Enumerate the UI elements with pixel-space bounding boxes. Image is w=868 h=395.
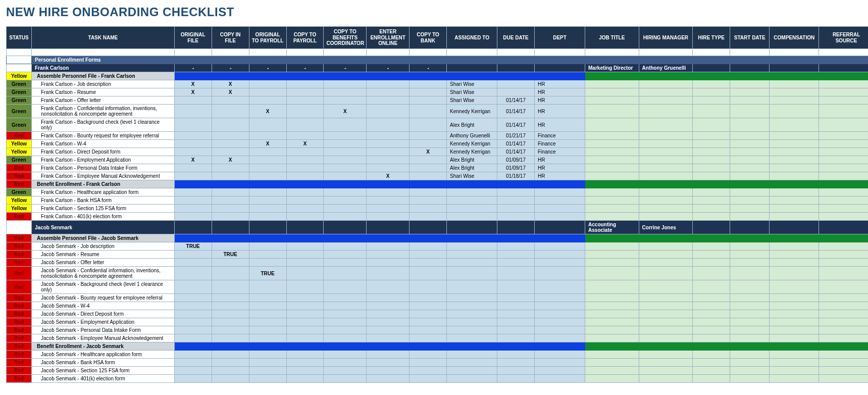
original-file-cell[interactable] [174, 318, 212, 326]
right-cell[interactable] [639, 375, 693, 383]
assigned-to-cell[interactable] [447, 375, 497, 383]
dept-cell[interactable] [535, 213, 585, 221]
original-file-cell[interactable] [174, 164, 212, 172]
copy-in-file-cell[interactable] [212, 213, 249, 221]
column-header[interactable]: HIRE TYPE [693, 27, 730, 49]
right-cell[interactable] [770, 367, 819, 375]
assigned-to-cell[interactable] [447, 367, 497, 375]
copy-to-bank-cell[interactable] [410, 118, 447, 132]
right-cell[interactable] [770, 213, 819, 221]
dept-cell[interactable] [535, 334, 585, 342]
original-file-cell[interactable] [174, 213, 212, 221]
right-cell[interactable] [693, 351, 730, 359]
task-name[interactable]: Frank Carlson - Resume [32, 88, 175, 96]
copy-in-file-cell[interactable] [212, 118, 249, 132]
original-file-cell[interactable] [174, 251, 212, 259]
due-date-cell[interactable] [497, 375, 535, 383]
due-date-cell[interactable]: 01/14/17 [497, 148, 535, 156]
due-date-cell[interactable] [497, 318, 535, 326]
right-cell[interactable] [693, 105, 730, 118]
task-name[interactable]: Jacob Senmark - Employment Application [32, 318, 175, 326]
copy-to-bank-cell[interactable] [410, 351, 447, 359]
due-date-cell[interactable] [497, 280, 535, 294]
right-cell[interactable] [585, 96, 639, 105]
assigned-to-cell[interactable]: Shari Wise [447, 88, 497, 96]
right-cell[interactable] [770, 302, 819, 310]
right-cell[interactable] [639, 164, 693, 172]
original-file-cell[interactable] [174, 280, 212, 294]
dept-cell[interactable]: HR [535, 96, 585, 105]
right-cell[interactable] [770, 334, 819, 342]
copy-to-payroll-cell[interactable] [286, 132, 324, 140]
enter-enrollment-cell[interactable] [367, 242, 410, 251]
copy-to-bank-cell[interactable] [410, 205, 447, 213]
copy-to-bank-cell[interactable] [410, 96, 447, 105]
right-cell[interactable] [819, 105, 868, 118]
right-cell[interactable] [693, 156, 730, 164]
column-header[interactable]: COPY IN FILE [212, 27, 249, 49]
task-name[interactable]: Frank Carlson - Employee Manual Acknowle… [32, 172, 175, 180]
right-cell[interactable] [693, 251, 730, 259]
right-cell[interactable] [639, 351, 693, 359]
copy-to-benefits-cell[interactable] [324, 375, 367, 383]
column-header[interactable]: START DATE [730, 27, 770, 49]
original-to-payroll-cell[interactable] [249, 96, 286, 105]
enter-enrollment-cell[interactable]: X [367, 172, 410, 180]
copy-to-bank-cell[interactable] [410, 359, 447, 367]
due-date-cell[interactable] [497, 196, 535, 205]
right-cell[interactable] [819, 148, 868, 156]
right-cell[interactable] [639, 118, 693, 132]
right-cell[interactable] [639, 310, 693, 318]
due-date-cell[interactable] [497, 188, 535, 196]
due-date-cell[interactable] [497, 334, 535, 342]
right-cell[interactable] [730, 148, 770, 156]
right-cell[interactable] [639, 334, 693, 342]
copy-in-file-cell[interactable] [212, 302, 249, 310]
original-to-payroll-cell[interactable] [249, 164, 286, 172]
due-date-cell[interactable]: 01/14/17 [497, 96, 535, 105]
right-cell[interactable] [693, 148, 730, 156]
copy-in-file-cell[interactable] [212, 375, 249, 383]
original-file-cell[interactable] [174, 140, 212, 148]
original-to-payroll-cell[interactable] [249, 188, 286, 196]
column-header[interactable]: COPY TO BENEFITS COORDINATOR [324, 27, 367, 49]
right-cell[interactable] [585, 148, 639, 156]
right-cell[interactable] [585, 118, 639, 132]
right-cell[interactable] [730, 310, 770, 318]
column-header[interactable]: DEPT [535, 27, 585, 49]
copy-to-payroll-cell[interactable] [286, 148, 324, 156]
dept-cell[interactable] [535, 326, 585, 334]
copy-to-benefits-cell[interactable] [324, 188, 367, 196]
copy-to-bank-cell[interactable] [410, 172, 447, 180]
column-header[interactable]: ORIGINAL TO PAYROLL [249, 27, 286, 49]
right-cell[interactable] [639, 213, 693, 221]
due-date-cell[interactable] [497, 213, 535, 221]
due-date-cell[interactable] [497, 259, 535, 267]
copy-to-payroll-cell[interactable] [286, 164, 324, 172]
assigned-to-cell[interactable] [447, 242, 497, 251]
enter-enrollment-cell[interactable] [367, 334, 410, 342]
due-date-cell[interactable] [497, 351, 535, 359]
enter-enrollment-cell[interactable] [367, 359, 410, 367]
right-cell[interactable] [693, 326, 730, 334]
column-header[interactable]: ENTER ENROLLMENT ONLINE [367, 27, 410, 49]
due-date-cell[interactable]: 01/09/17 [497, 164, 535, 172]
right-cell[interactable] [730, 375, 770, 383]
copy-in-file-cell[interactable] [212, 259, 249, 267]
copy-to-benefits-cell[interactable] [324, 205, 367, 213]
right-cell[interactable] [639, 105, 693, 118]
right-cell[interactable] [693, 367, 730, 375]
column-header[interactable]: ORIGINAL FILE [174, 27, 212, 49]
right-cell[interactable] [819, 88, 868, 96]
right-cell[interactable] [770, 351, 819, 359]
copy-to-bank-cell[interactable] [410, 242, 447, 251]
right-cell[interactable] [819, 188, 868, 196]
right-cell[interactable] [730, 188, 770, 196]
assigned-to-cell[interactable]: Alex Bright [447, 156, 497, 164]
original-to-payroll-cell[interactable] [249, 334, 286, 342]
right-cell[interactable] [819, 267, 868, 280]
column-header[interactable]: COPY TO PAYROLL [286, 27, 324, 49]
copy-to-bank-cell[interactable] [410, 326, 447, 334]
right-cell[interactable] [693, 213, 730, 221]
assigned-to-cell[interactable] [447, 318, 497, 326]
